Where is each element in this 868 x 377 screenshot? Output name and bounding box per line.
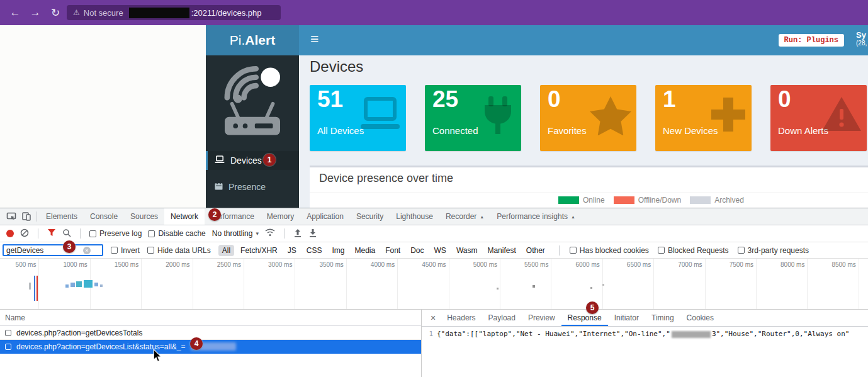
run-plugins-button[interactable]: Run: Plugins [779,34,844,47]
request-details-tabbar: × HeadersPayloadPreviewResponseInitiator… [422,310,868,327]
request-type-filter[interactable]: Other [522,245,549,256]
hide-data-urls-checkbox[interactable]: Hide data URLs [147,246,211,255]
request-details-tab[interactable]: Response [561,310,608,326]
export-har-icon[interactable] [308,228,317,239]
request-type-filter[interactable]: JS [284,245,300,256]
checkbox-icon [570,247,577,254]
checkbox-icon [89,230,96,237]
header-right-line1: Sy [856,30,868,40]
infobox-new-devices[interactable]: 1 New Devices [655,85,752,151]
devtools-tab[interactable]: Console [84,208,124,225]
network-filter-checkbox[interactable]: 3rd-party requests [738,246,809,255]
device-toolbar-icon[interactable] [19,208,34,225]
devtools-tab[interactable]: Application [300,208,350,225]
timeline-label: 8500 ms [812,261,856,268]
calendar-icon [215,182,223,192]
request-type-filter[interactable]: Fetch/XHR [237,245,281,256]
timeline-label: 1000 ms [43,261,87,268]
network-overview[interactable]: 500 ms1000 ms1500 ms2000 ms2500 ms3000 m… [0,259,868,310]
infobox-value: 51 [317,86,343,113]
close-icon[interactable]: × [426,313,441,323]
network-filter-input[interactable] [6,246,81,255]
infobox-all-devices[interactable]: 51 All Devices [310,85,406,151]
network-filter-checkbox[interactable]: Blocked Requests [658,246,729,255]
sidebar-item-presence[interactable]: Presence [206,177,299,196]
app-logo[interactable]: Pi.Alert [206,25,299,55]
devtools-tab[interactable]: Security [350,208,390,225]
devtools-tab[interactable]: Lighthouse [390,208,439,225]
network-conditions-icon[interactable] [265,228,275,239]
disable-cache-checkbox[interactable]: Disable cache [148,229,205,238]
devtools-tab[interactable]: Recorder [439,208,490,225]
timeline-label: 5000 ms [453,261,497,268]
search-icon[interactable] [62,228,71,239]
divider [310,192,868,193]
import-har-icon[interactable] [293,228,302,239]
network-split-view: Name devices.php?action=getDevicesTotals… [0,310,868,377]
browser-viewport: Pi.Alert ≡ Run: Plugins Sy (28, [0,25,868,208]
request-row-get-devices-totals[interactable]: devices.php?action=getDevicesTotals [0,326,421,340]
network-filter-checkbox[interactable]: Has blocked cookies [570,246,649,255]
request-details-pane: × HeadersPayloadPreviewResponseInitiator… [422,310,868,377]
timeline-activity-mark [65,284,69,288]
request-details-tab[interactable]: Headers [441,310,482,326]
checkbox-icon[interactable] [5,330,11,336]
hamburger-icon[interactable]: ≡ [310,31,318,48]
timeline-gridline [295,259,295,309]
invert-checkbox[interactable]: Invert [111,246,140,255]
preserve-log-checkbox[interactable]: Preserve log [89,229,142,238]
request-details-tab[interactable]: Timing [645,310,680,326]
timeline-gridline [244,259,244,309]
clear-filter-icon[interactable]: × [83,247,91,254]
sidebar-item-devices[interactable]: Devices [206,151,299,170]
legend-label-offline: Offline/Down [638,196,681,205]
request-details-tab[interactable]: Payload [482,310,522,326]
request-row-get-devices-list[interactable]: devices.php?action=getDevicesList&status… [0,340,421,354]
address-bar[interactable]: ⚠ Not secure :20211/devices.php [67,5,281,20]
request-type-filter[interactable]: WS [431,245,450,256]
devtools-tab[interactable]: Performance [205,208,261,225]
devtools-tab[interactable]: Sources [124,208,164,225]
request-type-filter[interactable]: Manifest [483,245,519,256]
url-text: :20211/devices.php [191,8,262,18]
infobox-value: 25 [432,86,458,113]
request-list-header[interactable]: Name [0,310,421,326]
reload-icon[interactable]: ↻ [45,6,65,20]
request-details-tab[interactable]: Initiator [608,310,645,326]
disable-cache-label: Disable cache [158,229,205,238]
divider [38,228,38,239]
infobox-down-alerts[interactable]: 0 Down Alerts [770,85,867,151]
timeline-gridline [38,259,39,309]
devtools-tab[interactable]: Memory [261,208,300,225]
devtools-tab[interactable]: Performance insights [490,208,582,225]
infobox-connected[interactable]: 25 Connected [425,85,521,151]
divider [80,228,81,239]
timeline-label: 4000 ms [351,261,395,268]
app-content: Devices 51 All Devices 25 Connected 0 Fa… [299,55,868,208]
request-type-filter[interactable]: Media [351,245,379,256]
timeline-label: 1500 ms [94,261,138,268]
clear-icon[interactable] [20,228,29,239]
request-details-tab[interactable]: Cookies [680,310,720,326]
devtools-tab[interactable]: Elements [40,208,84,225]
record-icon[interactable] [6,230,14,237]
filter-funnel-icon[interactable] [47,228,56,239]
throttling-select[interactable]: No throttling ▾ [212,229,259,238]
request-type-filter[interactable]: CSS [303,245,326,256]
request-type-filter[interactable]: Doc [407,245,427,256]
devtools-tab[interactable]: Network [164,208,205,225]
forward-icon[interactable]: → [25,6,45,19]
not-secure-label: Not secure [84,8,123,18]
request-type-filter[interactable]: Img [328,245,348,256]
request-type-filter[interactable]: All [218,245,234,256]
checkbox-icon[interactable] [5,344,11,350]
timeline-label: 8000 ms [760,261,804,268]
checkbox-icon [658,247,665,254]
back-icon[interactable]: ← [5,6,25,19]
inspect-element-icon[interactable] [4,208,19,225]
request-type-filter[interactable]: Wasm [453,245,482,256]
infobox-favorites[interactable]: 0 Favorites [540,85,636,151]
request-details-tab[interactable]: Preview [522,310,561,326]
timeline-activity-mark [590,287,592,289]
request-type-filter[interactable]: Font [381,245,404,256]
